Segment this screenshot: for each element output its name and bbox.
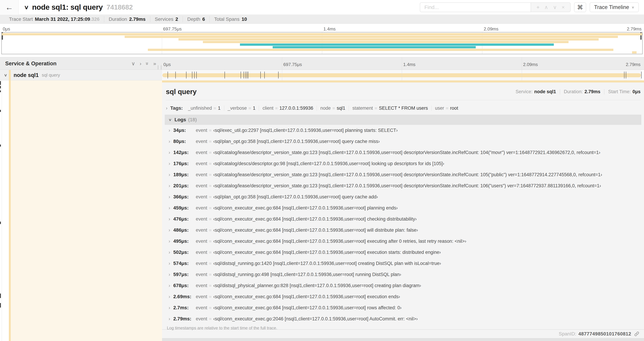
span-timeline-cell[interactable] bbox=[162, 70, 642, 80]
minimap-span-bar bbox=[203, 41, 569, 43]
log-marker-tick bbox=[244, 72, 244, 79]
logs-accordion-header[interactable]: ∨ Logs (18) bbox=[165, 115, 641, 125]
log-timestamp: 176μs: bbox=[173, 161, 192, 166]
log-entry[interactable]: ›2.79ms:event=‹sql/conn_executor_exec.go… bbox=[165, 313, 641, 324]
find-input[interactable] bbox=[420, 3, 530, 12]
log-equals: = bbox=[209, 272, 212, 277]
clear-find-icon[interactable]: × bbox=[562, 5, 565, 10]
log-field-value: ‹sql/conn_executor_exec.go:684 [nsql1,cl… bbox=[213, 205, 398, 211]
log-equals: = bbox=[209, 161, 212, 166]
log-entry[interactable]: ›142μs:event=‹sql/catalog/lease/descript… bbox=[165, 147, 641, 158]
log-entry[interactable]: ›34μs:event=‹sql/exec_util.go:2297 [nsql… bbox=[165, 125, 641, 136]
span-detail-area: sql query Service: node sql1 Duration: 2… bbox=[0, 80, 644, 341]
log-timestamp: 2.79ms: bbox=[173, 316, 192, 321]
deep-link-icon[interactable] bbox=[634, 331, 640, 337]
scroll-marker bbox=[0, 81, 1, 85]
log-equals: = bbox=[209, 217, 212, 222]
chevron-right-icon: › bbox=[168, 183, 170, 189]
log-marker-tick bbox=[194, 72, 194, 79]
chevron-right-icon: › bbox=[168, 150, 170, 155]
prev-match-icon[interactable]: ∧ bbox=[544, 5, 548, 10]
log-entry[interactable]: ›176μs:event=‹sql/catalog/descs/descript… bbox=[165, 158, 641, 169]
span-duration-bar[interactable] bbox=[162, 73, 641, 77]
log-marker-tick bbox=[248, 72, 248, 79]
tag-item[interactable]: _verbose=1 bbox=[224, 106, 259, 111]
collapse-trace-chevron-icon[interactable]: ∨ bbox=[24, 4, 29, 11]
gridline bbox=[522, 70, 522, 80]
log-entry[interactable]: ›486μs:event=‹sql/conn_executor_exec.go:… bbox=[165, 225, 641, 236]
next-match-icon[interactable]: ∨ bbox=[553, 5, 557, 10]
trace-meta-item: Trace StartMarch 31 2022, 17:25:09.326 bbox=[4, 16, 104, 22]
span-collapse-chevron-icon[interactable]: ∨ bbox=[4, 73, 8, 77]
ruler-tick-label: 697.75μs bbox=[282, 62, 302, 67]
span-name-cell[interactable]: ∨ node sql1 sql query bbox=[0, 70, 162, 80]
log-entry[interactable]: ›80μs:event=‹sql/plan_opt.go:358 [nsql1,… bbox=[165, 136, 641, 147]
log-marker-tick bbox=[278, 72, 278, 79]
log-entry[interactable]: ›574μs:event=‹sql/distsql_running.go:142… bbox=[165, 258, 641, 269]
expand-one-icon[interactable]: › bbox=[140, 61, 142, 66]
log-equals: = bbox=[209, 239, 212, 244]
chevron-right-icon: › bbox=[166, 105, 168, 111]
log-entry[interactable]: ›597μs:event=‹sql/distsql_running.go:498… bbox=[165, 269, 641, 280]
log-entry[interactable]: ›2.69ms:event=‹sql/conn_executor_exec.go… bbox=[165, 291, 641, 302]
chevron-right-icon: › bbox=[168, 272, 170, 277]
log-entry[interactable]: ›201μs:event=‹sql/catalog/lease/descript… bbox=[165, 180, 641, 191]
keyboard-shortcuts-button[interactable]: ⌘ bbox=[574, 3, 586, 12]
tag-item[interactable]: statement=SELECT * FROM users bbox=[349, 106, 432, 111]
minimap-canvas[interactable] bbox=[2, 32, 642, 54]
log-entry[interactable]: ›502μs:event=‹sql/conn_executor_exec.go:… bbox=[165, 247, 641, 258]
tag-key: _unfinished bbox=[188, 106, 212, 111]
tag-item[interactable]: node=sql1 bbox=[317, 106, 349, 111]
focus-match-icon[interactable]: ⌖ bbox=[536, 5, 540, 10]
log-entry[interactable]: ›678μs:event=‹sql/distsql_physical_plann… bbox=[165, 280, 641, 291]
tag-key: statement bbox=[352, 106, 373, 111]
log-field-key: event bbox=[196, 194, 207, 200]
trace-view-select[interactable]: Trace Timeline ∨ bbox=[590, 3, 639, 12]
tag-item[interactable]: user=root bbox=[432, 106, 462, 111]
scroll-marker bbox=[0, 110, 1, 112]
log-field-value: ‹sql/catalog/lease/descriptor_version_st… bbox=[213, 183, 601, 189]
log-field-key: event bbox=[196, 316, 207, 321]
trace-minimap: 0μs697.75μs1.4ms2.09ms2.79ms bbox=[0, 24, 644, 57]
log-entry[interactable]: ›459μs:event=‹sql/conn_executor_exec.go:… bbox=[165, 202, 641, 213]
log-entry[interactable]: ›476μs:event=‹sql/conn_executor_exec.go:… bbox=[165, 213, 641, 225]
top-bar-actions: ⌖ ∧ ∨ × ⌘ Trace Timeline ∨ bbox=[420, 3, 639, 12]
tag-value: 1 bbox=[218, 106, 220, 111]
log-equals: = bbox=[209, 194, 212, 199]
log-entry[interactable]: ›495μs:event=‹sql/conn_executor_exec.go:… bbox=[165, 236, 641, 247]
chevron-right-icon: › bbox=[168, 172, 170, 177]
collapse-all-icon[interactable]: » bbox=[145, 62, 150, 65]
chevron-down-icon: ∨ bbox=[168, 118, 172, 122]
detail-row-highlight bbox=[11, 80, 162, 341]
log-timestamp: 476μs: bbox=[173, 216, 192, 222]
log-entry[interactable]: ›189μs:event=‹sql/catalog/lease/descript… bbox=[165, 169, 641, 180]
span-extent-accent bbox=[162, 80, 644, 83]
trace-id: 7418682 bbox=[106, 4, 133, 11]
expand-collapse-controls: ∨ › » » bbox=[127, 61, 156, 66]
tag-key: user bbox=[435, 106, 444, 111]
tag-item[interactable]: _unfinished=1 bbox=[184, 106, 224, 111]
tag-item[interactable]: client=127.0.0.1:59936 bbox=[259, 106, 317, 111]
tags-accordion[interactable]: › Tags: _unfinished=1_verbose=1client=12… bbox=[166, 103, 640, 113]
log-entry[interactable]: ›2.7ms:event=‹sql/conn_executor_exec.go:… bbox=[165, 302, 641, 313]
list-left-border bbox=[2, 80, 2, 341]
log-field-key: event bbox=[196, 205, 207, 211]
log-equals: = bbox=[209, 305, 212, 310]
meta-label: Services bbox=[155, 17, 173, 22]
back-button[interactable]: ← bbox=[0, 0, 19, 15]
log-field-key: event bbox=[196, 150, 207, 155]
ruler-tick-label: 0μs bbox=[2, 26, 10, 32]
log-marker-tick bbox=[175, 72, 176, 79]
log-marker-tick bbox=[641, 72, 642, 79]
log-field-key: event bbox=[196, 272, 207, 277]
expand-all-icon[interactable]: » bbox=[153, 61, 156, 66]
log-field-value: ‹sql/catalog/descs/descriptor.go:98 [nsq… bbox=[213, 161, 444, 166]
log-field-key: event bbox=[196, 294, 207, 299]
column-resize-grip[interactable] bbox=[158, 65, 161, 70]
log-marker-tick bbox=[241, 72, 241, 79]
collapse-one-icon[interactable]: ∨ bbox=[132, 61, 135, 66]
log-entry[interactable]: ›366μs:event=‹sql/plan_opt.go:358 [nsql1… bbox=[165, 191, 641, 202]
gridline bbox=[522, 57, 522, 70]
span-detail-panel: sql query Service: node sql1 Duration: 2… bbox=[162, 80, 644, 341]
overview-service: Service: node sql1 bbox=[512, 89, 560, 94]
